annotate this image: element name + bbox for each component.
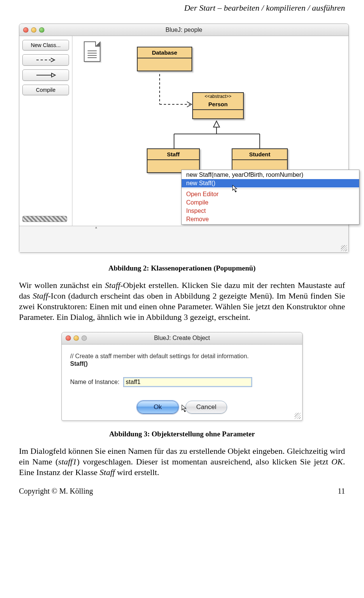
figure-3-create-object-dialog: BlueJ: Create Object // Create a staff m… xyxy=(61,332,303,421)
resize-grip-icon[interactable] xyxy=(341,245,347,251)
minimize-icon[interactable] xyxy=(31,27,36,33)
menu-item-compile[interactable]: Compile xyxy=(182,198,359,207)
ok-button[interactable]: Ok xyxy=(137,401,179,414)
class-name-label: Person xyxy=(193,99,243,110)
class-person[interactable]: <<abstract>> Person xyxy=(192,92,244,119)
inherits-arrow-button[interactable] xyxy=(22,69,69,81)
svg-marker-2 xyxy=(52,73,55,77)
class-name-label: Database xyxy=(138,47,191,58)
stereotype-label: <<abstract>> xyxy=(193,93,243,99)
dialog-title: BlueJ: Create Object xyxy=(62,335,302,341)
figure-2-bluej-window: BlueJ: people New Class... xyxy=(19,24,349,253)
menu-item-remove[interactable]: Remove xyxy=(182,215,359,223)
constructor-description: // Create a staff member with default se… xyxy=(70,353,294,360)
zoom-icon[interactable] xyxy=(39,27,44,33)
paragraph-2: Im Dialogfeld können Sie einen Namen für… xyxy=(19,446,345,478)
resize-grip-icon[interactable] xyxy=(295,413,301,419)
class-diagram[interactable]: Database <<abstract>> Person Staff Stude… xyxy=(72,36,348,226)
cancel-button[interactable]: Cancel xyxy=(185,401,227,414)
cursor-icon xyxy=(232,185,238,193)
object-bench[interactable]: ▴ xyxy=(19,226,348,252)
copyright: Copyright © M. Kölling xyxy=(19,487,93,496)
window-titlebar[interactable]: BlueJ: people xyxy=(19,24,348,36)
menu-item-new-staff-params[interactable]: new Staff(name, yearOfBirth, roomNumber) xyxy=(182,171,359,179)
dialog-titlebar[interactable]: BlueJ: Create Object xyxy=(62,332,302,345)
menu-divider xyxy=(182,189,359,189)
constructor-signature: Staff() xyxy=(70,360,294,367)
minimize-icon[interactable] xyxy=(74,335,79,341)
sidebar: New Class... Compile xyxy=(19,36,72,226)
splitter-handle-icon[interactable]: ▴ xyxy=(95,225,97,229)
menu-item-open-editor[interactable]: Open Editor xyxy=(182,190,359,198)
window-title: BlueJ: people xyxy=(19,27,348,33)
instance-name-input[interactable] xyxy=(123,377,252,387)
instance-name-label: Name of Instance: xyxy=(70,379,119,386)
progress-bar xyxy=(22,216,67,222)
class-database[interactable]: Database xyxy=(137,47,192,71)
cursor-icon xyxy=(182,404,188,413)
figure-3-caption: Abbildung 3: Objekterstellung ohne Param… xyxy=(19,430,345,438)
compile-button[interactable]: Compile xyxy=(22,85,69,95)
page-footer: Copyright © M. Kölling 11 xyxy=(19,487,345,496)
page-header: Der Start – bearbeiten / kompilieren / a… xyxy=(19,3,345,13)
menu-item-inspect[interactable]: Inspect xyxy=(182,207,359,215)
new-class-button[interactable]: New Class... xyxy=(22,40,69,50)
class-name-label: Student xyxy=(232,149,287,160)
class-name-label: Staff xyxy=(147,149,199,160)
uses-arrow-button[interactable] xyxy=(22,54,69,66)
paragraph-1: Wir wollen zunächst ein Staff-Objekt ers… xyxy=(19,280,345,323)
zoom-disabled-icon xyxy=(82,335,87,341)
page-number: 11 xyxy=(338,487,345,496)
svg-marker-6 xyxy=(213,121,220,127)
context-menu: new Staff(name, yearOfBirth, roomNumber)… xyxy=(181,170,359,225)
dashed-arrow-icon xyxy=(36,57,56,63)
solid-arrow-icon xyxy=(36,72,56,78)
close-icon[interactable] xyxy=(23,27,28,33)
close-icon[interactable] xyxy=(66,335,71,341)
menu-item-new-staff[interactable]: new Staff() xyxy=(182,179,359,187)
figure-2-caption: Abbildung 2: Klassenoperationen (Popupme… xyxy=(19,264,345,272)
